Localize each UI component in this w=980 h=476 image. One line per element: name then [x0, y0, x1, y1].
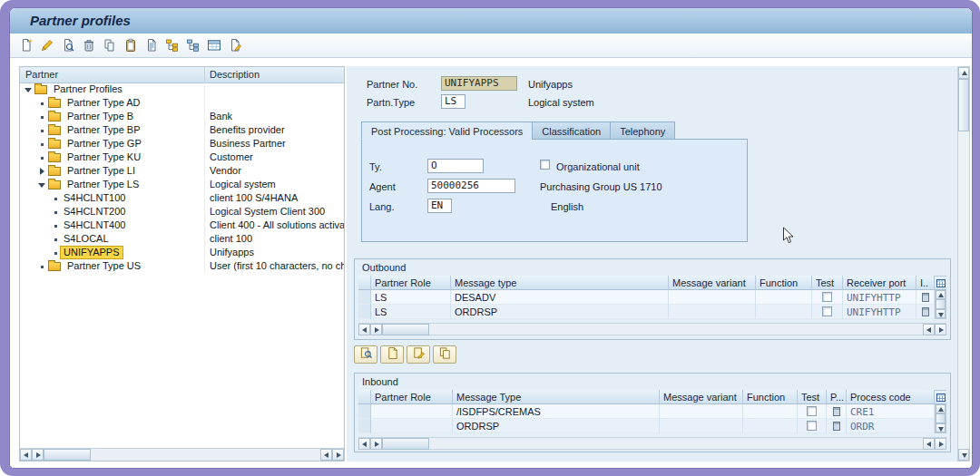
tree-row[interactable]: Partner Type AD	[20, 96, 344, 110]
attachment-icon[interactable]	[922, 293, 929, 302]
delete-icon[interactable]	[81, 37, 97, 53]
create-parameter-button[interactable]	[380, 345, 404, 364]
scroll-thumb[interactable]	[44, 449, 91, 461]
tree-row[interactable]: S4HCLNT200 Logical System Client 300	[20, 205, 344, 219]
scroll-up-button[interactable]	[936, 290, 946, 299]
column-header[interactable]: Receiver port	[843, 276, 916, 290]
tree-row[interactable]: S4HCLNT400Client 400 - All solutions act…	[20, 219, 344, 232]
tree-item-label[interactable]: S4HCLNT100	[61, 192, 128, 204]
edit-icon[interactable]	[39, 37, 55, 53]
scroll-left-button[interactable]	[358, 438, 370, 450]
copy-icon[interactable]	[102, 37, 118, 53]
tab-classification[interactable]: Classification	[532, 121, 610, 140]
column-header[interactable]	[358, 390, 371, 404]
tree-row[interactable]: S4HCLNT100client 100 S/4HANA	[20, 191, 344, 205]
column-header[interactable]: Message type	[451, 276, 669, 290]
tree-row[interactable]: Partner Profiles	[20, 83, 344, 96]
table-settings-icon[interactable]	[936, 279, 946, 287]
notepad-icon[interactable]	[227, 37, 243, 53]
tree-row[interactable]: Partner Type GPBusiness Partner	[20, 137, 344, 151]
agent-field[interactable]: 50000256	[427, 179, 515, 193]
scroll-left-button[interactable]	[358, 324, 370, 335]
tree-row[interactable]: Partner Type BBank	[20, 110, 344, 123]
column-header[interactable]: Test	[798, 390, 827, 404]
tree-item-label[interactable]: Partner Profiles	[51, 83, 125, 95]
column-header[interactable]: Message variant	[669, 276, 756, 290]
scroll-right-button[interactable]	[332, 449, 344, 461]
documentation-icon[interactable]	[143, 37, 160, 53]
change-parameter-button[interactable]	[407, 345, 430, 364]
scroll-thumb[interactable]	[382, 324, 429, 335]
tree-item-label[interactable]: Partner Type BP	[64, 124, 143, 136]
scroll-down-button[interactable]	[936, 423, 946, 432]
scroll-right-button[interactable]	[370, 438, 382, 450]
tree-row[interactable]: Partner Type USUser (first 10 characters…	[20, 259, 344, 273]
table-settings-icon[interactable]	[206, 37, 222, 53]
column-header[interactable]: Process code	[847, 390, 935, 404]
column-header[interactable]: Partner Role	[371, 276, 451, 290]
attachment-icon[interactable]	[833, 422, 840, 431]
scroll-right-button[interactable]	[935, 438, 946, 450]
table-settings-corner[interactable]	[935, 277, 946, 290]
table-row[interactable]: LSORDRSPUNIFYHTTP	[358, 305, 935, 319]
partner-type-field[interactable]: LS	[441, 94, 466, 109]
scroll-thumb[interactable]	[936, 299, 946, 309]
tree-row[interactable]: UNIFYAPPSUnifyapps	[20, 246, 344, 259]
tree-column-partner[interactable]: Partner	[20, 67, 205, 83]
new-document-icon[interactable]	[18, 37, 34, 53]
table-vertical-scrollbar[interactable]	[935, 390, 946, 433]
table-row[interactable]: /ISDFPS/CREMASCRE1	[358, 404, 935, 419]
ty-field[interactable]: O	[427, 159, 484, 173]
tree-item-label[interactable]: Partner Type LI	[64, 165, 138, 177]
scroll-left-button[interactable]	[20, 449, 32, 461]
collapse-icon[interactable]	[37, 180, 47, 189]
attachment-icon[interactable]	[833, 407, 840, 416]
display-parameter-button[interactable]	[354, 345, 377, 364]
tree-collapse-icon[interactable]	[185, 37, 201, 53]
column-header[interactable]: Partner Role	[371, 390, 453, 404]
window-vertical-scrollbar[interactable]	[957, 66, 970, 461]
test-checkbox[interactable]	[822, 292, 832, 302]
tree-item-label[interactable]: S4HCLNT400	[61, 219, 128, 231]
scroll-down-button[interactable]	[958, 449, 969, 461]
scroll-down-button[interactable]	[936, 309, 946, 318]
table-vertical-scrollbar[interactable]	[935, 276, 946, 319]
tree-row[interactable]: S4LOCALclient 100	[20, 232, 344, 246]
partner-no-field[interactable]: UNIFYAPPS	[441, 76, 517, 91]
tree-row[interactable]: Partner Type LSLogical system	[20, 178, 344, 191]
column-header[interactable]: Test	[812, 276, 843, 290]
scroll-up-button[interactable]	[936, 404, 946, 413]
tree-expand-icon[interactable]	[164, 37, 181, 53]
scroll-right-button[interactable]	[370, 324, 382, 335]
table-row[interactable]: ORDRSPORDR	[358, 419, 935, 433]
tree-row[interactable]: Partner Type KUCustomer	[20, 151, 344, 164]
tab-post-processing[interactable]: Post Processing: Valid Processors	[361, 121, 532, 140]
tree-item-label[interactable]: Partner Type AD	[64, 97, 143, 109]
tree-row[interactable]: Partner Type BPBenefits provider	[20, 123, 344, 137]
table-row[interactable]: LSDESADVUNIFYHTTP	[358, 290, 935, 305]
column-header[interactable]: P...	[827, 390, 847, 404]
column-header[interactable]: Message Type	[453, 390, 660, 404]
expand-icon[interactable]	[37, 166, 47, 176]
scroll-thumb[interactable]	[936, 413, 946, 423]
test-checkbox[interactable]	[807, 421, 817, 431]
column-header[interactable]: Message variant	[660, 390, 743, 404]
test-checkbox[interactable]	[822, 306, 832, 316]
tree-horizontal-scrollbar[interactable]	[20, 448, 344, 461]
scroll-left-button[interactable]	[320, 449, 332, 461]
attachment-icon[interactable]	[922, 307, 929, 316]
copy-parameter-button[interactable]	[433, 345, 456, 364]
outbound-horizontal-scrollbar[interactable]	[358, 323, 946, 335]
inbound-horizontal-scrollbar[interactable]	[358, 437, 946, 450]
column-header[interactable]: I..	[916, 276, 935, 290]
tree-row[interactable]: Partner Type LIVendor	[20, 164, 344, 178]
lang-field[interactable]: EN	[427, 199, 452, 213]
tree-item-label[interactable]: Partner Type GP	[64, 138, 144, 150]
scroll-right-button[interactable]	[935, 324, 946, 335]
table-settings-icon[interactable]	[936, 393, 946, 402]
test-checkbox[interactable]	[807, 406, 817, 416]
tree-item-label[interactable]: Partner Type LS	[64, 179, 142, 190]
tab-telephony[interactable]: Telephony	[610, 121, 675, 140]
scroll-left-button[interactable]	[923, 438, 935, 450]
clipboard-icon[interactable]	[122, 37, 139, 53]
